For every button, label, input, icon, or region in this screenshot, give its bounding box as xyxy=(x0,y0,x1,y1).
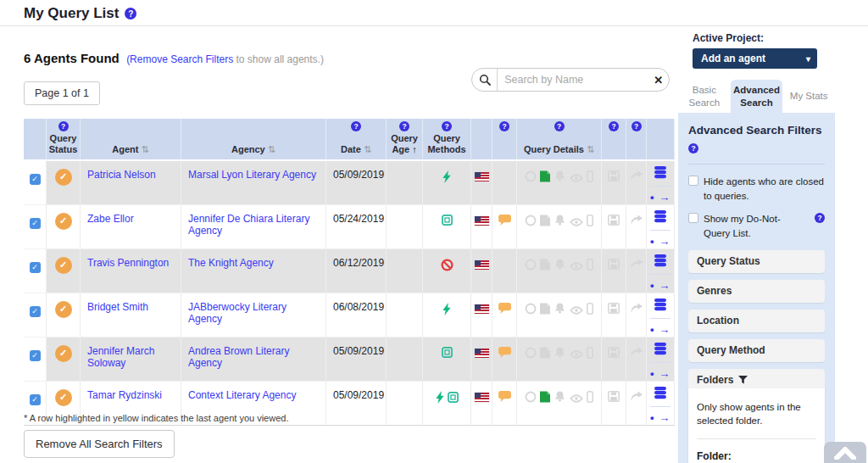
detail-circle-icon[interactable] xyxy=(525,170,537,186)
row-checkbox[interactable]: ✓ xyxy=(30,306,41,317)
detail-note-icon[interactable] xyxy=(540,259,550,274)
column-help-icon[interactable]: ? xyxy=(58,121,69,131)
agent-link[interactable]: Zabe Ellor xyxy=(87,213,134,225)
reply-icon[interactable] xyxy=(630,214,643,228)
page-title-help-icon[interactable]: ? xyxy=(125,8,136,20)
column-header-agency[interactable]: Agency ⇅ xyxy=(181,119,326,161)
row-checkbox[interactable]: ✓ xyxy=(30,350,41,361)
data-history-icon[interactable] xyxy=(654,167,667,181)
detail-phone-icon[interactable] xyxy=(587,170,593,186)
reply-icon[interactable] xyxy=(630,170,643,184)
detail-circle-icon[interactable] xyxy=(525,303,537,318)
detail-circle-icon[interactable] xyxy=(525,215,537,230)
save-icon[interactable] xyxy=(608,302,620,316)
checkbox-help-icon[interactable]: ? xyxy=(815,213,825,223)
go-to-agent-icon[interactable]: • → xyxy=(650,279,670,292)
checkbox[interactable] xyxy=(688,176,698,186)
detail-phone-icon[interactable] xyxy=(587,259,593,274)
data-history-icon[interactable] xyxy=(654,299,667,314)
data-history-icon[interactable] xyxy=(654,388,667,402)
agent-link[interactable]: Jennifer March Soloway xyxy=(87,345,154,369)
detail-eye-icon[interactable] xyxy=(570,215,583,230)
remove-search-filters-link[interactable]: (Remove Search Filters xyxy=(126,53,233,65)
row-checkbox[interactable]: ✓ xyxy=(30,394,41,405)
reply-icon[interactable] xyxy=(630,346,643,360)
save-icon[interactable] xyxy=(608,346,620,360)
column-help-icon[interactable]: ? xyxy=(442,121,452,131)
comment-cell[interactable] xyxy=(492,337,517,382)
tab-advanced-search[interactable]: Advanced Search xyxy=(731,80,783,113)
detail-note-icon[interactable] xyxy=(540,347,550,362)
row-checkbox[interactable]: ✓ xyxy=(30,262,41,273)
column-help-icon[interactable]: ? xyxy=(399,121,409,131)
agency-link[interactable]: Andrea Brown Literary Agency xyxy=(188,345,289,369)
agency-link[interactable]: The Knight Agency xyxy=(188,257,274,269)
agent-link[interactable]: Patricia Nelson xyxy=(87,169,156,181)
data-history-icon[interactable] xyxy=(654,343,667,358)
detail-eye-icon[interactable] xyxy=(570,391,583,406)
reply-icon[interactable] xyxy=(630,390,643,404)
scroll-to-top-button[interactable] xyxy=(824,442,866,463)
detail-bell-icon[interactable] xyxy=(554,347,565,362)
go-to-agent-icon[interactable]: • → xyxy=(650,367,670,380)
detail-phone-icon[interactable] xyxy=(587,391,593,406)
reply-icon[interactable] xyxy=(630,258,643,272)
data-history-icon[interactable] xyxy=(654,255,667,270)
active-project-dropdown[interactable]: Add an agent ▾ xyxy=(693,48,817,69)
detail-eye-icon[interactable] xyxy=(570,170,583,186)
queried-status-icon[interactable]: ✓ xyxy=(55,389,72,406)
detail-bell-icon[interactable] xyxy=(554,303,565,318)
clear-search-icon[interactable]: ✕ xyxy=(648,74,669,86)
search-icon[interactable] xyxy=(472,69,498,91)
agent-link[interactable]: Tamar Rydzinski xyxy=(87,389,162,401)
filter-section-location[interactable]: Location xyxy=(688,310,825,332)
filter-section-genres[interactable]: Genres xyxy=(688,280,825,303)
detail-note-icon[interactable] xyxy=(540,215,550,230)
queried-status-icon[interactable]: ✓ xyxy=(55,345,72,362)
row-checkbox[interactable]: ✓ xyxy=(30,174,41,185)
reply-icon[interactable] xyxy=(630,302,643,316)
column-header-age[interactable]: ?Query Age ↑ xyxy=(387,119,423,161)
detail-note-icon[interactable] xyxy=(540,303,550,318)
go-to-agent-icon[interactable]: • → xyxy=(650,235,670,248)
queried-status-icon[interactable]: ✓ xyxy=(55,169,72,186)
row-checkbox[interactable]: ✓ xyxy=(30,218,41,229)
detail-phone-icon[interactable] xyxy=(587,347,593,362)
comment-cell[interactable] xyxy=(492,382,517,426)
agent-link[interactable]: Bridget Smith xyxy=(87,301,148,313)
detail-note-icon[interactable] xyxy=(540,170,550,186)
column-help-icon[interactable]: ? xyxy=(609,121,619,131)
detail-circle-icon[interactable] xyxy=(525,347,537,362)
go-to-agent-icon[interactable]: • → xyxy=(650,411,670,424)
remove-all-filters-button[interactable]: Remove All Search Filters xyxy=(24,430,175,458)
column-header-agent[interactable]: Agent ⇅ xyxy=(81,119,181,161)
tab-my-stats[interactable]: My Stats xyxy=(782,80,835,113)
queried-status-icon[interactable]: ✓ xyxy=(55,213,72,230)
checkbox[interactable] xyxy=(688,213,698,223)
detail-eye-icon[interactable] xyxy=(570,303,583,318)
column-help-icon[interactable]: ? xyxy=(554,121,565,131)
filter-section-query-method[interactable]: Query Method xyxy=(688,339,825,362)
agency-link[interactable]: Marsal Lyon Literary Agency xyxy=(188,169,316,181)
column-help-icon[interactable]: ? xyxy=(351,121,361,131)
go-to-agent-icon[interactable]: • → xyxy=(650,191,670,204)
save-icon[interactable] xyxy=(608,214,620,228)
detail-bell-icon[interactable] xyxy=(554,391,565,406)
save-icon[interactable] xyxy=(608,170,620,184)
detail-bell-icon[interactable] xyxy=(554,215,565,230)
filters-help-icon[interactable]: ? xyxy=(688,143,698,153)
agency-link[interactable]: Context Literary Agency xyxy=(188,389,296,401)
agent-link[interactable]: Travis Pennington xyxy=(87,257,169,269)
comment-cell[interactable] xyxy=(492,205,517,249)
column-help-icon[interactable]: ? xyxy=(632,121,642,131)
go-to-agent-icon[interactable]: • → xyxy=(650,323,670,336)
detail-eye-icon[interactable] xyxy=(570,259,583,274)
data-history-icon[interactable] xyxy=(654,211,667,226)
detail-bell-icon[interactable] xyxy=(554,259,565,274)
detail-circle-icon[interactable] xyxy=(525,391,537,406)
agency-link[interactable]: Jennifer De Chiara Literary Agency xyxy=(188,213,309,237)
detail-note-icon[interactable] xyxy=(540,391,550,406)
queried-status-icon[interactable]: ✓ xyxy=(55,301,72,318)
save-icon[interactable] xyxy=(608,390,620,404)
save-icon[interactable] xyxy=(608,258,620,272)
